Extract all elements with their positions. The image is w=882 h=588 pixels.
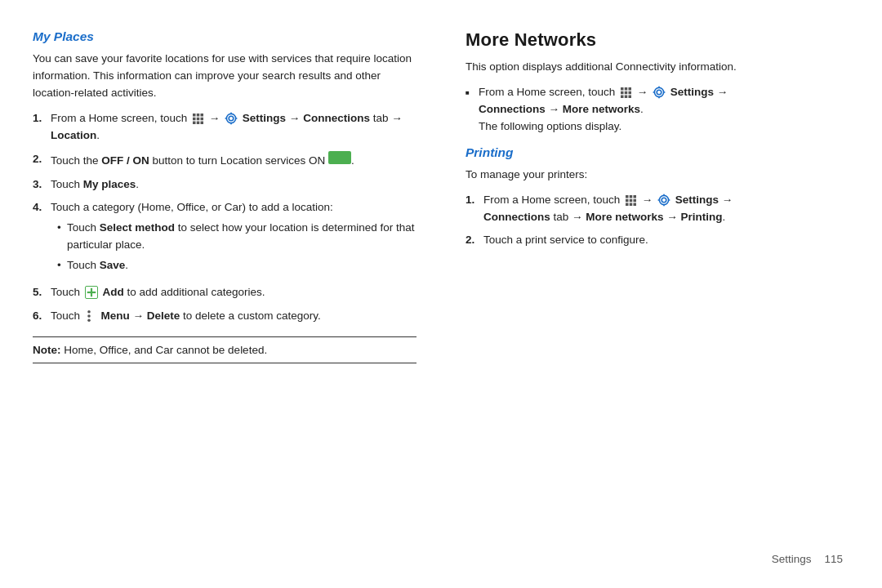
step-1-content: From a Home screen, touch → bbox=[51, 110, 416, 145]
grid-icon-print bbox=[625, 194, 637, 207]
printing-intro: To manage your printers: bbox=[466, 167, 843, 184]
step-3: 3. Touch My places. bbox=[33, 176, 416, 194]
gear-icon-print bbox=[657, 194, 670, 207]
svg-rect-28 bbox=[629, 95, 632, 98]
svg-rect-6 bbox=[193, 121, 196, 124]
bullet-save: Touch Save. bbox=[59, 257, 416, 274]
gear-icon-right bbox=[653, 86, 666, 99]
step-6-content: Touch Menu → Delete to delete a custom c… bbox=[51, 308, 416, 325]
svg-rect-13 bbox=[225, 118, 226, 119]
toggle-on bbox=[328, 151, 351, 164]
step-5-content: Touch Add to add additional categories. bbox=[51, 284, 416, 301]
print-settings: Settings → bbox=[675, 194, 733, 206]
step-1-location: Location bbox=[51, 129, 96, 141]
menu-icon bbox=[85, 310, 93, 323]
more-networks-bullet-1: ■ From a Home screen, touch → bbox=[466, 84, 843, 136]
svg-rect-46 bbox=[663, 194, 665, 195]
right-connections-more: Connections → More networks bbox=[479, 103, 640, 115]
step-1-num: 1. bbox=[33, 110, 51, 127]
svg-rect-40 bbox=[634, 198, 637, 202]
sq-bullet-icon: ■ bbox=[466, 84, 479, 98]
svg-rect-32 bbox=[658, 97, 660, 99]
svg-rect-24 bbox=[625, 91, 628, 95]
more-networks-bullets: ■ From a Home screen, touch → bbox=[466, 84, 843, 136]
svg-rect-37 bbox=[634, 195, 637, 198]
svg-point-45 bbox=[659, 195, 668, 204]
svg-rect-35 bbox=[626, 195, 629, 198]
gear-icon-step1 bbox=[225, 112, 238, 125]
step-2-content: Touch the OFF / ON button to turn Locati… bbox=[51, 151, 416, 170]
step-5-add: Add bbox=[103, 286, 124, 298]
svg-rect-38 bbox=[626, 198, 629, 202]
print-connections-more-printing: Connections bbox=[483, 211, 550, 223]
svg-rect-49 bbox=[668, 199, 670, 201]
svg-rect-25 bbox=[629, 91, 632, 95]
svg-rect-11 bbox=[230, 113, 232, 114]
svg-point-9 bbox=[229, 116, 234, 121]
svg-rect-2 bbox=[201, 114, 204, 117]
footer-page: 115 bbox=[824, 553, 843, 565]
svg-rect-7 bbox=[197, 121, 200, 124]
right-column: More Networks This option displays addit… bbox=[441, 29, 843, 559]
svg-rect-31 bbox=[658, 87, 660, 88]
svg-rect-4 bbox=[197, 117, 200, 120]
note-box: Note: Home, Office, and Car cannot be de… bbox=[33, 336, 416, 363]
grid-icon-right bbox=[620, 87, 632, 99]
step-3-myplaces: My places bbox=[83, 178, 136, 190]
note-text: Home, Office, and Car cannot be deleted. bbox=[61, 344, 268, 356]
printing-step-2-content: Touch a print service to configure. bbox=[483, 232, 843, 249]
svg-point-10 bbox=[226, 114, 235, 123]
printing-title: Printing bbox=[466, 145, 843, 160]
step-1-settings: Settings → bbox=[243, 112, 301, 124]
svg-point-29 bbox=[657, 91, 662, 96]
svg-rect-27 bbox=[625, 95, 628, 98]
step-2-num: 2. bbox=[33, 151, 51, 168]
svg-rect-12 bbox=[230, 122, 232, 124]
step-1-connections: Connections bbox=[303, 112, 370, 124]
note-label: Note: bbox=[33, 344, 61, 356]
step-5: 5. Touch Add to add additional categorie… bbox=[33, 284, 416, 301]
printing-step-2: 2. Touch a print service to configure. bbox=[466, 232, 843, 249]
step-4-bullets: Touch Select method to select how your l… bbox=[51, 220, 416, 274]
svg-rect-39 bbox=[630, 198, 633, 202]
my-places-steps: 1. From a Home screen, touch → bbox=[33, 110, 416, 325]
printing-step-2-num: 2. bbox=[466, 232, 483, 249]
printing-section: Printing To manage your printers: 1. Fro… bbox=[466, 145, 843, 250]
step-2-off-on: OFF / ON bbox=[101, 154, 149, 167]
svg-rect-1 bbox=[197, 114, 200, 117]
svg-rect-23 bbox=[621, 91, 624, 95]
my-places-title: My Places bbox=[33, 29, 416, 44]
right-settings-label: Settings → bbox=[670, 86, 728, 98]
svg-rect-36 bbox=[630, 195, 633, 198]
step-3-num: 3. bbox=[33, 176, 51, 194]
svg-point-17 bbox=[87, 310, 91, 313]
my-places-intro: You can save your favorite locations for… bbox=[33, 51, 416, 102]
svg-rect-5 bbox=[201, 117, 204, 120]
printing-step-1-content: From a Home screen, touch → bbox=[483, 192, 843, 226]
following-options: The following options display. bbox=[479, 120, 621, 132]
step-3-content: Touch My places. bbox=[51, 176, 416, 194]
svg-rect-20 bbox=[621, 87, 624, 91]
left-column: My Places You can save your favorite loc… bbox=[33, 29, 441, 559]
svg-rect-43 bbox=[634, 203, 637, 206]
printing-step-1: 1. From a Home screen, touch → bbox=[466, 192, 843, 226]
step-6-num: 6. bbox=[33, 308, 51, 325]
svg-rect-47 bbox=[663, 204, 665, 206]
svg-rect-8 bbox=[201, 121, 204, 124]
step-2: 2. Touch the OFF / ON button to turn Loc… bbox=[33, 151, 416, 170]
step-1: 1. From a Home screen, touch → bbox=[33, 110, 416, 145]
step-6: 6. Touch Menu → Delete to delete a custo… bbox=[33, 308, 416, 325]
svg-rect-21 bbox=[625, 87, 628, 91]
svg-rect-42 bbox=[630, 203, 633, 206]
sq-bullet-content: From a Home screen, touch → bbox=[479, 84, 843, 136]
footer-section: Settings bbox=[772, 553, 812, 565]
printing-steps: 1. From a Home screen, touch → bbox=[466, 192, 843, 250]
svg-point-19 bbox=[87, 318, 91, 322]
step-4: 4. Touch a category (Home, Office, or Ca… bbox=[33, 199, 416, 278]
svg-rect-26 bbox=[621, 95, 624, 98]
bullet-select-method: Touch Select method to select how your l… bbox=[59, 220, 416, 254]
printing-step-1-num: 1. bbox=[466, 192, 483, 209]
svg-rect-41 bbox=[626, 203, 629, 206]
svg-rect-14 bbox=[235, 118, 237, 119]
more-networks-title: More Networks bbox=[466, 29, 843, 51]
